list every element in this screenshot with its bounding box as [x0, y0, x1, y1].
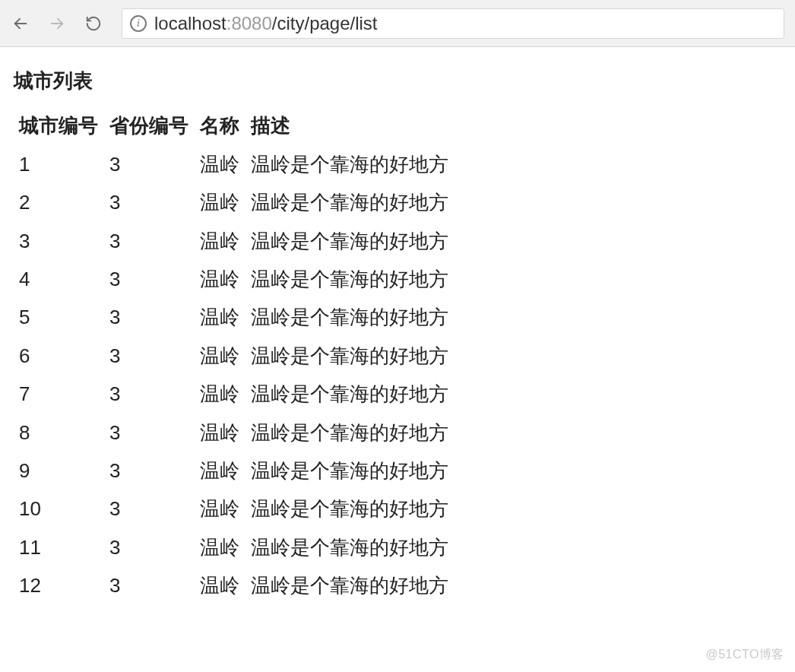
cell-name: 温岭 — [199, 533, 245, 562]
table-row: 53温岭温岭是个靠海的好地方 — [18, 303, 455, 331]
back-button[interactable] — [11, 14, 30, 33]
cell-province_id: 3 — [109, 379, 195, 408]
cell-name: 温岭 — [199, 227, 245, 255]
cell-description: 温岭是个靠海的好地方 — [250, 456, 455, 485]
page-content: 城市列表 城市编号 省份编号 名称 描述 13温岭温岭是个靠海的好地方23温岭温… — [0, 47, 795, 629]
watermark: @51CTO博客 — [705, 647, 784, 663]
cell-description: 温岭是个靠海的好地方 — [250, 494, 455, 523]
cell-city_id: 7 — [18, 379, 104, 408]
col-city-id: 城市编号 — [18, 111, 104, 140]
cell-name: 温岭 — [199, 418, 245, 447]
cell-province_id: 3 — [109, 418, 195, 447]
nav-buttons — [11, 14, 103, 33]
cell-description: 温岭是个靠海的好地方 — [250, 571, 455, 600]
table-row: 93温岭温岭是个靠海的好地方 — [18, 456, 455, 485]
cell-name: 温岭 — [199, 303, 245, 331]
table-row: 23温岭温岭是个靠海的好地方 — [18, 188, 455, 217]
cell-name: 温岭 — [199, 265, 245, 293]
reload-button[interactable] — [84, 14, 103, 33]
url-path: /city/page/list — [272, 13, 378, 33]
cell-description: 温岭是个靠海的好地方 — [250, 341, 455, 370]
col-province-id: 省份编号 — [109, 111, 195, 140]
site-info-icon[interactable]: i — [130, 15, 147, 32]
cell-city_id: 11 — [18, 533, 104, 562]
cell-name: 温岭 — [199, 571, 245, 600]
cell-description: 温岭是个靠海的好地方 — [250, 533, 455, 562]
cell-city_id: 6 — [18, 341, 104, 370]
cell-description: 温岭是个靠海的好地方 — [250, 379, 455, 408]
col-description: 描述 — [250, 111, 455, 140]
table-row: 63温岭温岭是个靠海的好地方 — [18, 341, 455, 370]
cell-description: 温岭是个靠海的好地方 — [250, 188, 455, 217]
cell-description: 温岭是个靠海的好地方 — [250, 303, 455, 331]
arrow-right-icon — [49, 15, 65, 32]
cell-province_id: 3 — [109, 150, 195, 179]
cell-city_id: 8 — [18, 418, 104, 447]
table-row: 43温岭温岭是个靠海的好地方 — [18, 265, 455, 293]
cell-name: 温岭 — [199, 341, 245, 370]
table-row: 73温岭温岭是个靠海的好地方 — [18, 379, 455, 408]
cell-city_id: 9 — [18, 456, 104, 485]
cell-city_id: 5 — [18, 303, 104, 331]
cell-city_id: 1 — [18, 150, 104, 179]
cell-province_id: 3 — [109, 341, 195, 370]
cell-name: 温岭 — [199, 188, 245, 217]
cell-name: 温岭 — [199, 456, 245, 485]
table-header-row: 城市编号 省份编号 名称 描述 — [18, 111, 455, 140]
url-host: localhost — [154, 13, 226, 33]
url-port: :8080 — [226, 13, 272, 33]
page-title: 城市列表 — [14, 67, 781, 94]
cell-province_id: 3 — [109, 494, 195, 523]
cell-province_id: 3 — [109, 533, 195, 562]
info-glyph: i — [137, 17, 140, 30]
forward-button[interactable] — [47, 14, 67, 33]
cell-province_id: 3 — [109, 265, 195, 293]
city-table: 城市编号 省份编号 名称 描述 13温岭温岭是个靠海的好地方23温岭温岭是个靠海… — [14, 102, 459, 609]
browser-toolbar: i localhost:8080/city/page/list — [0, 0, 795, 47]
cell-province_id: 3 — [109, 227, 195, 255]
cell-city_id: 4 — [18, 265, 104, 293]
cell-description: 温岭是个靠海的好地方 — [250, 150, 455, 179]
address-bar[interactable]: i localhost:8080/city/page/list — [122, 8, 784, 39]
cell-city_id: 10 — [18, 494, 104, 523]
cell-description: 温岭是个靠海的好地方 — [250, 265, 455, 293]
table-row: 103温岭温岭是个靠海的好地方 — [18, 494, 455, 523]
url-text: localhost:8080/city/page/list — [154, 13, 378, 34]
arrow-left-icon — [12, 15, 29, 32]
table-row: 83温岭温岭是个靠海的好地方 — [18, 418, 455, 447]
cell-city_id: 3 — [18, 227, 104, 255]
cell-province_id: 3 — [109, 303, 195, 331]
table-row: 13温岭温岭是个靠海的好地方 — [18, 150, 455, 179]
reload-icon — [85, 15, 102, 32]
table-row: 123温岭温岭是个靠海的好地方 — [18, 571, 455, 600]
cell-name: 温岭 — [199, 379, 245, 408]
cell-name: 温岭 — [199, 150, 245, 179]
cell-province_id: 3 — [109, 456, 195, 485]
cell-description: 温岭是个靠海的好地方 — [250, 418, 455, 447]
cell-description: 温岭是个靠海的好地方 — [250, 227, 455, 255]
table-row: 113温岭温岭是个靠海的好地方 — [18, 533, 455, 562]
table-row: 33温岭温岭是个靠海的好地方 — [18, 227, 455, 255]
col-name: 名称 — [199, 111, 245, 140]
cell-province_id: 3 — [109, 571, 195, 600]
cell-city_id: 12 — [18, 571, 104, 600]
cell-province_id: 3 — [109, 188, 195, 217]
cell-city_id: 2 — [18, 188, 104, 217]
cell-name: 温岭 — [199, 494, 245, 523]
